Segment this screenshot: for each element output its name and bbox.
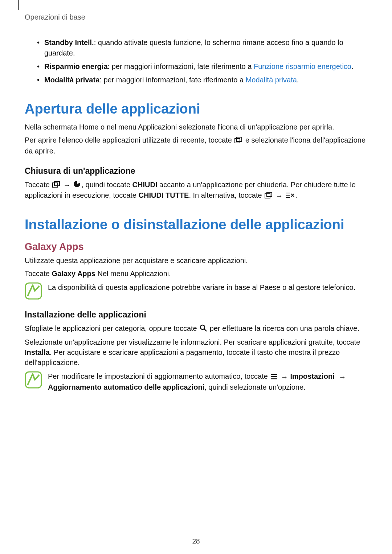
paragraph: Selezionate un'applicazione per visualiz… bbox=[25, 337, 367, 368]
text: Selezionate un'applicazione per visualiz… bbox=[25, 338, 360, 346]
bullet-text: : per maggiori informazioni, fate riferi… bbox=[99, 76, 245, 84]
section-title-install-apps: Installazione o disinstallazione delle a… bbox=[25, 217, 367, 233]
paragraph: Nella schermata Home o nel menu Applicaz… bbox=[25, 122, 367, 132]
note-text: Per modificare le impostazioni di aggior… bbox=[48, 371, 367, 392]
text: Toccate bbox=[25, 270, 52, 278]
galaxy-apps-bold: Galaxy Apps bbox=[52, 270, 95, 278]
text: per effettuare la ricerca con una parola… bbox=[208, 324, 359, 332]
paragraph: Utilizzate questa applicazione per acqui… bbox=[25, 255, 367, 266]
chiudi-tutte-label: CHIUDI TUTTE bbox=[139, 191, 189, 199]
text: , quindi toccate bbox=[81, 181, 132, 189]
note-block: La disponibilità di questa applicazione … bbox=[25, 282, 367, 300]
bullet-bold: Modalità privata bbox=[44, 76, 99, 84]
search-icon bbox=[200, 324, 207, 334]
paragraph: Toccate →, quindi toccate CHIUDI accanto… bbox=[25, 180, 367, 201]
installa-label: Installa bbox=[25, 348, 50, 356]
list-item: Standby Intell.: quando attivate questa … bbox=[36, 37, 367, 58]
section-title-open-apps: Apertura delle applicazioni bbox=[25, 101, 367, 117]
svg-line-14 bbox=[204, 329, 207, 331]
text: . Per acquistare e scaricare applicazion… bbox=[25, 348, 340, 366]
page-number: 28 bbox=[0, 537, 392, 545]
recent-apps-icon bbox=[265, 191, 273, 201]
impostazioni-label: Impostazioni bbox=[290, 372, 334, 380]
bullet-bold: Risparmio energia bbox=[44, 62, 108, 70]
sub-title-close-app: Chiusura di un'applicazione bbox=[25, 166, 367, 176]
recent-apps-icon bbox=[52, 180, 60, 190]
chiudi-label: CHIUDI bbox=[132, 181, 158, 189]
paragraph: Toccate Galaxy Apps Nel menu Applicazion… bbox=[25, 268, 367, 279]
svg-point-13 bbox=[200, 325, 205, 329]
galaxy-apps-title: Galaxy Apps bbox=[25, 241, 367, 253]
list-item: Risparmio energia: per maggiori informaz… bbox=[36, 61, 367, 72]
arrow-icon: → bbox=[63, 180, 70, 190]
paragraph: Per aprire l'elenco delle applicazioni u… bbox=[25, 135, 367, 156]
svg-rect-6 bbox=[267, 192, 272, 197]
header-title: Operazioni di base bbox=[25, 13, 367, 21]
text: Toccate bbox=[25, 181, 52, 189]
svg-rect-2 bbox=[53, 183, 58, 187]
sub-title-install: Installazione delle applicazioni bbox=[25, 310, 367, 320]
page: Operazioni di base Standby Intell.: quan… bbox=[0, 0, 392, 554]
link-energy-saving[interactable]: Funzione risparmio energetico bbox=[254, 62, 351, 70]
svg-rect-0 bbox=[235, 139, 240, 143]
text: Per modificare le impostazioni di aggior… bbox=[48, 372, 270, 380]
note-block: Per modificare le impostazioni di aggior… bbox=[25, 371, 367, 392]
close-all-icon bbox=[286, 191, 294, 201]
bullet-tail: . bbox=[297, 76, 299, 84]
note-icon bbox=[25, 371, 42, 389]
pie-icon bbox=[73, 180, 81, 190]
recent-apps-icon bbox=[234, 136, 242, 146]
paragraph: Sfogliate le applicazioni per categoria,… bbox=[25, 323, 367, 334]
bullet-text: : per maggiori informazioni, fate riferi… bbox=[108, 62, 254, 70]
arrow-icon: → bbox=[281, 372, 288, 382]
text: , quindi selezionate un'opzione. bbox=[204, 383, 305, 391]
text: Sfogliate le applicazioni per categoria,… bbox=[25, 324, 199, 332]
bullet-list: Standby Intell.: quando attivate questa … bbox=[25, 37, 367, 85]
arrow-icon: → bbox=[275, 191, 283, 201]
menu-icon bbox=[270, 372, 278, 382]
text: Per aprire l'elenco delle applicazioni u… bbox=[25, 136, 234, 144]
list-item: Modalità privata: per maggiori informazi… bbox=[36, 75, 367, 85]
arrow-icon: → bbox=[339, 372, 346, 382]
text: . In alternativa, toccate bbox=[189, 191, 264, 199]
link-private-mode[interactable]: Modalità privata bbox=[246, 76, 297, 84]
bullet-bold: Standby Intell. bbox=[44, 38, 94, 46]
svg-rect-3 bbox=[54, 181, 60, 186]
svg-rect-5 bbox=[265, 194, 270, 198]
note-icon bbox=[25, 282, 42, 300]
text: Nel menu Applicazioni. bbox=[95, 270, 171, 278]
text: . bbox=[295, 191, 297, 199]
svg-rect-1 bbox=[237, 137, 242, 141]
note-text: La disponibilità di questa applicazione … bbox=[48, 282, 367, 292]
aggiornamento-label: Aggiornamento automatico delle applicazi… bbox=[48, 383, 204, 391]
tab-mark bbox=[18, 0, 19, 10]
bullet-tail: . bbox=[351, 62, 354, 70]
